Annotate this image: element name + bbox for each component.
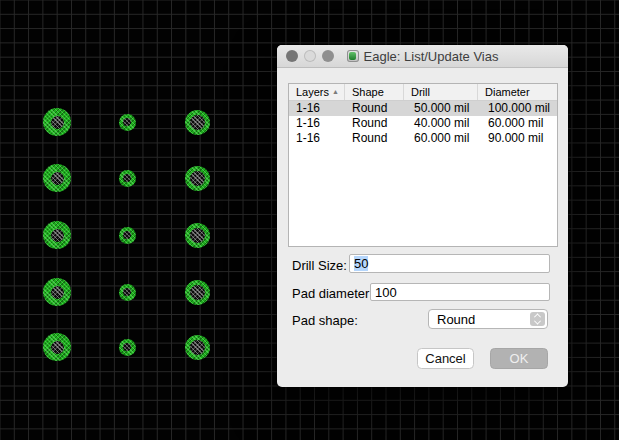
via-drill-hole (123, 118, 131, 126)
dialog-titlebar[interactable]: Eagle: List/Update Vias (277, 45, 568, 68)
eagle-app-icon (347, 50, 359, 62)
minimize-window-icon[interactable] (304, 50, 316, 62)
table-row[interactable]: 1-16 Round 50.000 mil 100.000 mil (289, 101, 557, 116)
cell-drill: 40.000 mil (404, 116, 478, 131)
list-update-vias-dialog: Eagle: List/Update Vias Layers ▲ Shape D… (277, 45, 568, 387)
via-drill-hole (190, 115, 205, 130)
column-header-shape[interactable]: Shape (345, 84, 404, 100)
via-drill-hole (123, 174, 131, 182)
column-header-diameter[interactable]: Diameter (478, 84, 557, 100)
via-drill-hole (51, 229, 64, 242)
via-pad[interactable] (43, 333, 71, 361)
zoom-window-icon[interactable] (322, 50, 334, 62)
pad-shape-label: Pad shape: (292, 313, 358, 328)
via-drill-hole (123, 288, 131, 296)
close-window-icon[interactable] (286, 50, 298, 62)
dialog-title: Eagle: List/Update Vias (364, 49, 499, 64)
pad-shape-dropdown[interactable]: Round (428, 309, 548, 329)
via-drill-hole (190, 285, 205, 300)
via-drill-hole (51, 286, 64, 299)
via-drill-hole (123, 343, 131, 351)
cell-drill: 50.000 mil (404, 101, 478, 116)
sort-ascending-icon: ▲ (332, 84, 339, 100)
vias-table[interactable]: Layers ▲ Shape Drill Diameter 1-16 Round… (288, 83, 558, 247)
via-pad[interactable] (119, 170, 136, 187)
via-pad[interactable] (185, 223, 210, 248)
cell-layers: 1-16 (289, 131, 345, 146)
drill-size-value: 50 (354, 256, 368, 271)
via-pad[interactable] (43, 108, 71, 136)
drill-size-input[interactable]: 50 (349, 254, 550, 273)
window-controls (286, 50, 334, 62)
cell-shape: Round (345, 131, 404, 146)
cell-shape: Round (345, 116, 404, 131)
via-pad[interactable] (185, 110, 210, 135)
drill-size-label: Drill Size: (292, 258, 347, 273)
cancel-button[interactable]: Cancel (417, 348, 474, 369)
table-row[interactable]: 1-16 Round 60.000 mil 90.000 mil (289, 131, 557, 146)
pad-diameter-input[interactable]: 100 (370, 283, 550, 301)
dropdown-stepper-icon (530, 312, 545, 326)
column-header-drill[interactable]: Drill (404, 84, 478, 100)
via-pad[interactable] (43, 164, 71, 192)
cell-layers: 1-16 (289, 116, 345, 131)
cell-diameter: 100.000 mil (478, 101, 557, 116)
via-pad[interactable] (119, 339, 136, 356)
via-pad[interactable] (119, 114, 136, 131)
pad-diameter-value: 100 (375, 285, 397, 300)
via-pad[interactable] (119, 227, 136, 244)
pad-shape-value: Round (437, 312, 475, 327)
via-pad[interactable] (185, 280, 210, 305)
via-drill-hole (190, 340, 205, 355)
via-drill-hole (190, 171, 205, 186)
table-row[interactable]: 1-16 Round 40.000 mil 60.000 mil (289, 116, 557, 131)
via-pad[interactable] (119, 284, 136, 301)
chevron-down-icon (534, 318, 541, 325)
vias-table-header: Layers ▲ Shape Drill Diameter (289, 84, 557, 101)
via-drill-hole (190, 228, 205, 243)
via-pad[interactable] (185, 335, 210, 360)
via-pad[interactable] (43, 278, 71, 306)
cell-layers: 1-16 (289, 101, 345, 116)
via-drill-hole (123, 231, 131, 239)
cell-diameter: 60.000 mil (478, 116, 557, 131)
via-drill-hole (51, 172, 64, 185)
column-header-layers[interactable]: Layers ▲ (289, 84, 345, 100)
ok-button[interactable]: OK (490, 348, 548, 369)
cell-shape: Round (345, 101, 404, 116)
cell-diameter: 90.000 mil (478, 131, 557, 146)
cell-drill: 60.000 mil (404, 131, 478, 146)
pad-diameter-label: Pad diameter: (292, 286, 373, 301)
via-pad[interactable] (185, 166, 210, 191)
via-drill-hole (51, 116, 64, 129)
via-pad[interactable] (43, 221, 71, 249)
via-drill-hole (51, 341, 64, 354)
